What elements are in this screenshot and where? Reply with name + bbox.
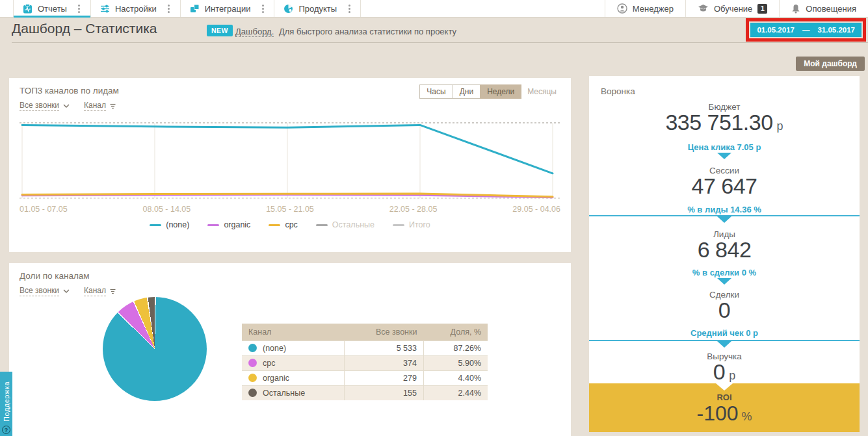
tab-menu-kebab-icon[interactable] xyxy=(75,4,84,14)
funnel-divider xyxy=(589,215,860,216)
manager-menu-item[interactable]: Менеджер xyxy=(605,0,685,17)
legend-swatch xyxy=(207,224,219,226)
share-cell: 2.44% xyxy=(423,386,488,401)
granularity-switcher: Часы Дни Недели Месяцы xyxy=(419,84,563,99)
date-from: 01.05.2017 xyxy=(757,26,795,34)
x-label: 22.05 - 28.05 xyxy=(389,205,438,214)
calls-cell: 155 xyxy=(344,386,423,401)
nav-right-group: Менеджер Обучение 1 Оповещения xyxy=(605,0,868,17)
education-menu-item[interactable]: Обучение 1 xyxy=(685,0,779,17)
granularity-weeks-button[interactable]: Недели xyxy=(480,84,521,99)
granularity-hours-button[interactable]: Часы xyxy=(419,84,453,99)
legend-item-none[interactable]: (none) xyxy=(150,220,189,229)
my-dashboard-button[interactable]: Мой дашборд xyxy=(796,57,865,71)
calls-cell: 374 xyxy=(344,356,423,371)
tab-menu-kebab-icon[interactable] xyxy=(164,4,174,14)
legend-item-cpc[interactable]: cpc xyxy=(269,220,297,229)
filter-icon xyxy=(110,103,116,109)
tab-label: Интеграции xyxy=(205,4,251,14)
legend-item-total[interactable]: Итого xyxy=(393,220,430,229)
notifications-icon xyxy=(791,4,800,14)
channel-shares-pie-chart[interactable] xyxy=(103,297,207,401)
calls-cell: 279 xyxy=(344,371,423,386)
subtitle-dashboard-link[interactable]: Дашборд. xyxy=(235,27,274,37)
funnel-arrow-icon xyxy=(717,341,731,348)
legend-swatch xyxy=(150,224,161,226)
funnel-panel: Воронка Бюджет 335 751.30р Цена клика 7.… xyxy=(589,76,860,432)
page-subtitle: Дашборд. Для быстрого анализа статистики… xyxy=(235,27,456,36)
x-label: 01.05 - 07.05 xyxy=(20,205,68,214)
tab-reports[interactable]: Отчеты xyxy=(13,0,91,17)
tab-settings[interactable]: Настройки xyxy=(91,0,181,17)
stage-value-leads: 6 842 xyxy=(589,237,860,263)
table-row[interactable]: (none)5 53387.26% xyxy=(242,341,488,356)
calls-filter-label: Все звонки xyxy=(20,101,59,111)
new-badge: NEW xyxy=(207,25,233,36)
roi-notch xyxy=(716,383,733,391)
table-row[interactable]: organic2794.40% xyxy=(242,371,488,386)
tab-label: Настройки xyxy=(115,4,157,14)
col-header-channel: Канал xyxy=(242,324,344,341)
channel-filter[interactable]: Канал xyxy=(84,101,116,111)
cost-per-click-link[interactable]: Цена клика 7.05 р xyxy=(688,142,761,152)
x-axis-labels: 01.05 - 07.05 08.05 - 14.05 15.05 - 21.0… xyxy=(20,205,560,214)
col-header-share[interactable]: Доля, % xyxy=(423,324,488,341)
calls-filter-dropdown[interactable]: Все звонки xyxy=(20,286,70,296)
granularity-days-button[interactable]: Дни xyxy=(453,84,480,99)
tab-menu-kebab-icon[interactable] xyxy=(258,4,267,14)
leads-conversion-link[interactable]: % в лиды 14.36 % xyxy=(687,205,761,214)
subtitle-text: Для быстрого анализа статистики по проек… xyxy=(279,27,456,36)
channel-dot xyxy=(248,344,257,352)
table-row[interactable]: cpc3745.90% xyxy=(242,356,488,371)
roi-label: ROI xyxy=(589,392,860,402)
legend-swatch xyxy=(393,224,404,226)
channel-dot xyxy=(248,374,257,382)
share-cell: 87.26% xyxy=(423,341,488,356)
table-row[interactable]: Остальные1552.44% xyxy=(242,386,488,401)
legend-item-organic[interactable]: organic xyxy=(207,220,250,229)
date-to: 31.05.2017 xyxy=(817,26,855,34)
manager-icon xyxy=(617,3,627,14)
leads-line-chart[interactable] xyxy=(20,118,560,203)
stage-value-sessions: 47 647 xyxy=(589,173,860,199)
red-annotation-box: 01.05.2017 — 31.05.2017 xyxy=(746,18,866,42)
legend-swatch xyxy=(269,224,280,226)
education-icon xyxy=(698,4,709,13)
products-icon xyxy=(283,4,293,14)
table-header-row: Канал Все звонки Доля, % xyxy=(242,324,488,341)
channel-shares-panel: Доли по каналам Все звонки Канал Канал В… xyxy=(9,263,571,436)
deals-conversion-link[interactable]: % в сделки 0 % xyxy=(692,268,756,277)
channel-dot xyxy=(248,389,257,397)
channel-name-cell: organic xyxy=(242,371,344,386)
legend-item-others[interactable]: Остальные xyxy=(316,220,375,229)
tab-label: Продукты xyxy=(298,4,337,14)
calls-filter-label: Все звонки xyxy=(20,286,59,296)
question-mark-icon: ? xyxy=(2,426,10,434)
share-cell: 5.90% xyxy=(423,356,488,371)
channel-dot xyxy=(248,359,257,367)
tab-integrations[interactable]: Интеграции xyxy=(181,0,275,17)
legend-label: (none) xyxy=(166,220,189,229)
page-title: Дашборд – Статистика xyxy=(12,21,157,36)
legend-swatch xyxy=(316,224,328,226)
channel-filter[interactable]: Канал xyxy=(84,286,116,296)
chart-legend: (none) organic cpc Остальные Итого xyxy=(20,220,560,229)
x-label: 29.05 - 04.06 xyxy=(512,205,560,214)
chevron-down-icon xyxy=(63,104,70,108)
tab-menu-kebab-icon[interactable] xyxy=(345,4,354,14)
top-channels-panel: ТОП3 каналов по лидам Часы Дни Недели Ме… xyxy=(9,78,571,252)
integrations-icon xyxy=(190,4,200,14)
support-label: Поддержка xyxy=(3,381,10,422)
chart-filters: Все звонки Канал xyxy=(20,101,560,111)
education-label: Обучение xyxy=(714,4,752,14)
settings-icon xyxy=(100,4,110,14)
col-header-calls[interactable]: Все звонки xyxy=(344,324,423,341)
tab-products[interactable]: Продукты xyxy=(274,0,361,17)
date-range-picker[interactable]: 01.05.2017 — 31.05.2017 xyxy=(750,23,861,37)
x-label: 08.05 - 14.05 xyxy=(143,205,191,214)
notifications-menu-item[interactable]: Оповещения xyxy=(779,0,868,17)
granularity-months-button[interactable]: Месяцы xyxy=(521,85,563,98)
average-check-link[interactable]: Средний чек 0 р xyxy=(690,328,758,338)
support-tab[interactable]: Поддержка ? xyxy=(0,372,12,436)
calls-filter-dropdown[interactable]: Все звонки xyxy=(20,101,70,111)
